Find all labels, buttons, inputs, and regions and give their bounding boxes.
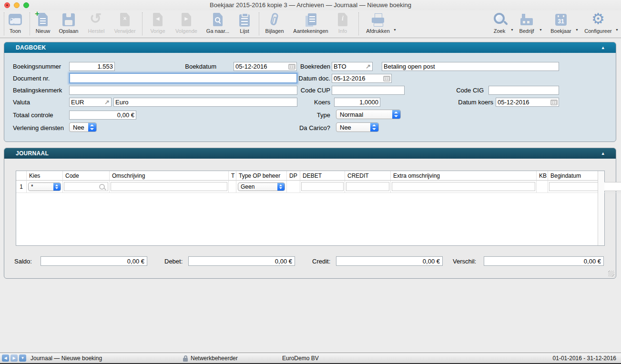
- dagboek-title: DAGBOEK: [16, 44, 46, 51]
- aantekeningen-label: Aantekeningen: [291, 28, 331, 34]
- herstel-label: Herstel: [85, 28, 108, 34]
- code-cup-input[interactable]: [332, 86, 405, 95]
- code-cig-input[interactable]: [489, 86, 559, 95]
- aantekeningen-button[interactable]: Aantekeningen: [291, 12, 331, 37]
- nav-menu-button[interactable]: ▼: [19, 354, 26, 362]
- code-cup-label: Code CUP: [286, 87, 330, 94]
- dp-cell[interactable]: [287, 181, 300, 193]
- journaal-header: JOURNAAL ▲: [4, 148, 616, 159]
- totaal-controle-input[interactable]: [69, 111, 136, 120]
- kies-popup[interactable]: *: [28, 182, 61, 191]
- calendar-icon[interactable]: [383, 76, 390, 81]
- debet-cell-input[interactable]: [302, 182, 343, 191]
- datum-koers-field[interactable]: [496, 98, 559, 107]
- boekingsnummer-label: Boekingsnummer: [13, 63, 61, 70]
- boekreden-code-field[interactable]: ↗: [332, 62, 373, 71]
- toolbar-separator: [259, 12, 259, 35]
- configureer-button[interactable]: ⚙ Configureer ▼: [580, 12, 616, 37]
- t-cell[interactable]: [229, 181, 236, 193]
- type-op-beheer-value: Geen: [241, 183, 275, 190]
- resize-grip[interactable]: [608, 271, 614, 277]
- datum-doc-input[interactable]: [332, 74, 383, 82]
- bijlagen-button[interactable]: Bijlagen: [262, 12, 287, 37]
- betalingskenmerk-input[interactable]: [69, 86, 297, 95]
- window-title: Boekjaar 2015-2016 kopie 3 — Archieven —…: [0, 1, 621, 9]
- omschrijving-cell-field[interactable]: [111, 182, 227, 191]
- kb-cell[interactable]: [537, 181, 548, 193]
- verlening-diensten-popup[interactable]: Nee: [69, 122, 97, 132]
- collapse-arrow-icon[interactable]: ▲: [601, 148, 605, 159]
- debet-cell-field[interactable]: [301, 182, 344, 191]
- boekdatum-input[interactable]: [234, 62, 288, 71]
- boekreden-description-input[interactable]: [382, 62, 559, 71]
- lookup-arrow-icon[interactable]: ↗: [366, 63, 371, 70]
- boekingsnummer-input[interactable]: [69, 62, 115, 71]
- column-header-dp[interactable]: DP: [287, 171, 300, 181]
- column-header-kb[interactable]: KB: [537, 171, 548, 181]
- zoek-button[interactable]: Zoek ▼: [489, 12, 510, 37]
- opslaan-button[interactable]: Opslaan: [55, 12, 82, 37]
- nav-back-button[interactable]: ◀: [2, 354, 9, 362]
- column-header-debet[interactable]: DEBET: [300, 171, 345, 181]
- da-carico-label: Da Carico?: [283, 124, 330, 131]
- column-header-begindatum[interactable]: Begindatum: [548, 171, 598, 181]
- extra-omschrijving-cell-field[interactable]: [392, 182, 535, 191]
- betalingskenmerk-label: Betalingskenmerk: [13, 87, 62, 94]
- collapse-arrow-icon[interactable]: ▲: [601, 42, 605, 53]
- dagboek-header: DAGBOEK ▲: [4, 42, 616, 53]
- lookup-arrow-icon[interactable]: ↗: [104, 99, 110, 105]
- toon-button[interactable]: Toon: [6, 12, 25, 37]
- omschrijving-cell-input[interactable]: [111, 182, 227, 191]
- datum-koers-input[interactable]: [496, 98, 550, 106]
- boekreden-code-input[interactable]: [332, 62, 366, 71]
- valuta-code-field[interactable]: ↗: [69, 98, 112, 107]
- code-cell-input[interactable]: [64, 182, 99, 191]
- status-company: EuroDemo BV: [282, 355, 319, 362]
- bedrijf-button[interactable]: Bedrijf ▼: [515, 12, 539, 37]
- search-icon[interactable]: [99, 184, 105, 190]
- popup-stepper-icon: [53, 183, 61, 191]
- column-header-code[interactable]: Code: [63, 171, 110, 181]
- column-header-t[interactable]: T: [229, 171, 236, 181]
- info-label: Info: [334, 28, 352, 34]
- opslaan-label: Opslaan: [55, 28, 82, 34]
- nieuw-button[interactable]: + Nieuw: [32, 12, 53, 37]
- column-header-extra-omschrijving[interactable]: Extra omschrijving: [391, 171, 537, 181]
- type-popup-value: Normaal: [340, 111, 390, 118]
- table-scrollbar[interactable]: [598, 171, 604, 245]
- afdrukken-button[interactable]: Afdrukken ▼: [362, 12, 394, 37]
- type-op-beheer-popup[interactable]: Geen: [238, 182, 285, 191]
- herstel-button: ↺ Herstel: [85, 12, 108, 37]
- nav-forward-button[interactable]: ▶: [10, 354, 18, 362]
- column-header-omschrijving[interactable]: Omschrijving: [110, 171, 229, 181]
- calendar-icon[interactable]: [550, 100, 558, 105]
- document-nr-input[interactable]: [70, 74, 296, 82]
- journal-table: Kies Code Omschrijving T Type OP beheer …: [16, 171, 605, 246]
- column-header-kies[interactable]: Kies: [27, 171, 63, 181]
- boekjaar-button[interactable]: Boekjaar ▼: [547, 12, 575, 37]
- extra-omschrijving-cell-input[interactable]: [392, 182, 535, 191]
- credit-cell-input[interactable]: [346, 182, 389, 191]
- datum-doc-field[interactable]: [332, 74, 392, 83]
- verschil-total-field: [484, 256, 604, 266]
- volgende-button: ▶ Volgende: [172, 12, 201, 37]
- valuta-description-input[interactable]: [113, 98, 297, 107]
- column-header-credit[interactable]: CREDIT: [345, 171, 391, 181]
- credit-cell-field[interactable]: [346, 182, 389, 191]
- document-nr-field[interactable]: [69, 73, 297, 83]
- lijst-button[interactable]: Lijst: [234, 12, 255, 37]
- valuta-code-input[interactable]: [70, 98, 104, 106]
- type-popup[interactable]: Normaal: [336, 110, 401, 119]
- begindatum-cell-field[interactable]: [549, 182, 621, 191]
- forward-arrow-icon: ▶: [12, 356, 15, 360]
- koers-input[interactable]: [334, 98, 380, 107]
- code-cell-field[interactable]: [64, 182, 108, 191]
- vorige-button: ◀ Vorige: [145, 12, 170, 37]
- column-header-type-op-beheer[interactable]: Type OP beheer: [236, 171, 287, 181]
- ga-naar-button[interactable]: Ga naar...: [204, 12, 232, 37]
- goto-document-icon: [210, 12, 225, 28]
- toolbar: Toon + Nieuw Opslaan ↺ Herstel × Verwijd…: [0, 10, 621, 38]
- status-user: Netwerkbeheerder: [191, 355, 238, 362]
- begindatum-cell-input[interactable]: [550, 182, 621, 191]
- da-carico-popup[interactable]: Nee: [336, 122, 379, 132]
